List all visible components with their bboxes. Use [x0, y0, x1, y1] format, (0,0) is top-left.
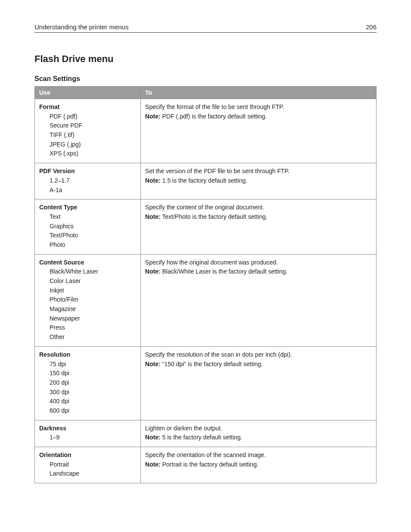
setting-option: 200 dpi	[50, 378, 136, 388]
cell-use: OrientationPortraitLandscape	[35, 447, 141, 483]
setting-option: Other	[50, 333, 136, 342]
setting-option: Photo	[50, 240, 136, 250]
setting-note: Note: Black/White Laser is the factory d…	[145, 267, 372, 277]
setting-options: Black/White LaserColor LaserInkjetPhoto/…	[39, 267, 136, 342]
setting-option: Landscape	[50, 469, 136, 479]
cell-to: Set the version of the PDF file to be se…	[140, 163, 376, 199]
cell-use: PDF Version1.2–1.7A‑1a	[35, 163, 141, 199]
setting-description: Specify the content of the original docu…	[145, 203, 372, 212]
setting-option: Photo/Film	[50, 295, 136, 305]
setting-note: Note: “150 dpi” is the factory default s…	[145, 360, 372, 369]
setting-description: Specify the resolution of the scan in do…	[145, 350, 372, 360]
note-text: Text/Photo is the factory default settin…	[161, 213, 268, 220]
cell-use: Content TypeTextGraphicsText/PhotoPhoto	[35, 199, 141, 254]
setting-note: Note: 5 is the factory default setting.	[145, 433, 372, 442]
table-row: PDF Version1.2–1.7A‑1aSet the version of…	[35, 163, 377, 199]
cell-to: Specify the resolution of the scan in do…	[140, 346, 376, 420]
note-text: 1.5 is the factory default setting.	[161, 177, 248, 184]
note-label: Note:	[145, 434, 161, 441]
setting-options: 1.2–1.7A‑1a	[39, 176, 136, 195]
setting-name: Content Source	[39, 258, 136, 268]
note-label: Note:	[145, 113, 161, 120]
setting-option: 150 dpi	[50, 369, 136, 378]
setting-option: JPEG (.jpg)	[50, 140, 136, 149]
setting-option: XPS (.xps)	[50, 149, 136, 159]
note-text: “150 dpi” is the factory default setting…	[161, 361, 263, 367]
subsection-heading: Scan Settings	[34, 75, 377, 83]
setting-note: Note: Portrait is the factory default se…	[145, 460, 372, 470]
setting-option: 300 dpi	[50, 388, 136, 397]
cell-to: Lighten or darken the output.Note: 5 is …	[140, 420, 376, 447]
note-label: Note:	[145, 213, 161, 220]
setting-option: TIFF (.tif)	[50, 131, 136, 140]
table-row: Content TypeTextGraphicsText/PhotoPhotoS…	[35, 199, 377, 254]
note-text: PDF (.pdf) is the factory default settin…	[161, 113, 267, 120]
cell-to: Specify the orientation of the scanned i…	[140, 447, 376, 483]
setting-option: Text/Photo	[50, 231, 136, 240]
cell-use: Resolution75 dpi150 dpi200 dpi300 dpi400…	[35, 346, 141, 420]
note-label: Note:	[145, 461, 161, 468]
setting-option: Text	[50, 212, 136, 222]
setting-option: Press	[50, 323, 136, 333]
setting-name: Resolution	[39, 350, 136, 360]
setting-note: Note: PDF (.pdf) is the factory default …	[145, 112, 372, 121]
cell-to: Specify the content of the original docu…	[140, 199, 376, 254]
table-row: Darkness1–9Lighten or darken the output.…	[35, 420, 377, 447]
col-header-to: To	[140, 87, 376, 99]
cell-use: FormatPDF (.pdf)Secure PDFTIFF (.tif)JPE…	[35, 99, 141, 163]
setting-options: PDF (.pdf)Secure PDFTIFF (.tif)JPEG (.jp…	[39, 112, 136, 159]
section-heading: Flash Drive menu	[34, 53, 377, 65]
running-header-title: Understanding the printer menus	[34, 23, 128, 31]
note-label: Note:	[145, 361, 161, 367]
setting-options: PortraitLandscape	[39, 460, 136, 479]
setting-option: Graphics	[50, 222, 136, 231]
setting-option: 400 dpi	[50, 397, 136, 406]
setting-name: Content Type	[39, 203, 136, 212]
col-header-use: Use	[35, 87, 141, 99]
setting-description: Specify how the original document was pr…	[145, 258, 372, 268]
setting-description: Specify the format of the file to be sen…	[145, 103, 372, 112]
setting-option: Color Laser	[50, 277, 136, 286]
setting-option: 1.2–1.7	[50, 176, 136, 186]
setting-option: Portrait	[50, 460, 136, 470]
cell-to: Specify how the original document was pr…	[140, 254, 376, 346]
cell-to: Specify the format of the file to be sen…	[140, 99, 376, 163]
setting-note: Note: Text/Photo is the factory default …	[145, 212, 372, 222]
setting-option: Secure PDF	[50, 121, 136, 131]
cell-use: Darkness1–9	[35, 420, 141, 447]
setting-name: Format	[39, 103, 136, 112]
setting-name: Orientation	[39, 451, 136, 460]
cell-use: Content SourceBlack/White LaserColor Las…	[35, 254, 141, 346]
setting-option: 600 dpi	[50, 406, 136, 416]
note-text: 5 is the factory default setting.	[161, 434, 243, 441]
setting-options: TextGraphicsText/PhotoPhoto	[39, 212, 136, 250]
table-row: FormatPDF (.pdf)Secure PDFTIFF (.tif)JPE…	[35, 99, 377, 163]
setting-option: PDF (.pdf)	[50, 112, 136, 121]
running-header: Understanding the printer menus 206	[34, 23, 377, 33]
page-number: 206	[366, 23, 377, 31]
setting-option: A‑1a	[50, 186, 136, 195]
setting-description: Set the version of the PDF file to be se…	[145, 167, 372, 176]
settings-table: Use To FormatPDF (.pdf)Secure PDFTIFF (.…	[34, 86, 377, 483]
setting-option: Inkjet	[50, 286, 136, 296]
table-row: OrientationPortraitLandscapeSpecify the …	[35, 447, 377, 483]
setting-options: 1–9	[39, 433, 136, 442]
note-text: Black/White Laser is the factory default…	[161, 268, 288, 275]
note-label: Note:	[145, 268, 161, 275]
setting-option: 1–9	[50, 433, 136, 442]
setting-options: 75 dpi150 dpi200 dpi300 dpi400 dpi600 dp…	[39, 360, 136, 416]
note-label: Note:	[145, 177, 161, 184]
setting-name: PDF Version	[39, 167, 136, 176]
setting-option: Magazine	[50, 305, 136, 314]
setting-description: Lighten or darken the output.	[145, 424, 372, 433]
table-row: Resolution75 dpi150 dpi200 dpi300 dpi400…	[35, 346, 377, 420]
table-row: Content SourceBlack/White LaserColor Las…	[35, 254, 377, 346]
setting-option: 75 dpi	[50, 360, 136, 369]
setting-option: Black/White Laser	[50, 267, 136, 277]
setting-note: Note: 1.5 is the factory default setting…	[145, 176, 372, 186]
setting-name: Darkness	[39, 424, 136, 433]
note-text: Portrait is the factory default setting.	[161, 461, 258, 468]
setting-option: Newspaper	[50, 314, 136, 324]
setting-description: Specify the orientation of the scanned i…	[145, 451, 372, 460]
